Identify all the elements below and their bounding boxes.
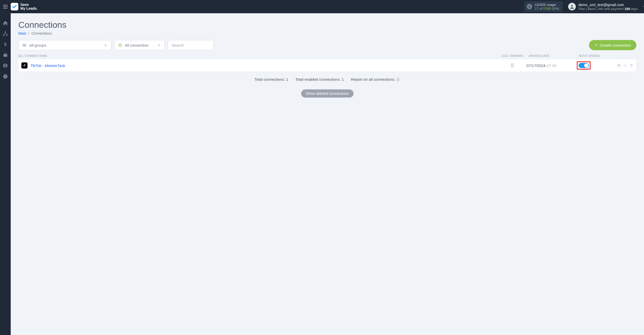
update-date: 07/17/2024 17:19 [526,63,570,68]
chevron-down-icon [157,43,161,47]
breadcrumb-main-link[interactable]: Main [18,31,26,35]
sidebar-item-connections[interactable] [3,31,8,36]
status-select-label: All connection [125,43,148,47]
info-icon [527,4,532,9]
delete-button[interactable] [629,63,633,68]
gear-icon [623,63,627,68]
sidebar: $ ? [0,13,11,335]
svg-rect-5 [6,35,7,36]
sidebar-item-tools[interactable] [3,52,8,58]
groups-select[interactable]: All groups [18,40,111,50]
auto-update-toggle[interactable] [579,63,589,68]
page-title: Connections [18,20,636,30]
column-header-auto: AUTO UPDATE [570,54,610,57]
folder-icon [22,43,27,47]
home-icon [3,20,8,25]
user-icon [569,4,575,9]
menu-toggle-button[interactable] [0,0,11,13]
chevron-down-icon [104,43,107,47]
breadcrumb-separator: / [27,31,30,35]
leads-usage-values: 17 of 5'000 (0%) [535,7,559,10]
toolbar: All groups All connection Create connect… [18,40,636,50]
plus-icon [595,44,598,47]
user-plan: Plan | Basic | left until payment 168 da… [578,7,638,11]
user-menu[interactable]: demo_sml_test@gmail.com Plan | Basic | l… [566,3,644,11]
svg-rect-13 [618,65,620,67]
summary-report: Report on all connections: [351,77,400,82]
search-input[interactable] [168,40,214,50]
table-row: TikTok - MeisterTask 07/17/2024 17:19 [18,59,636,72]
auto-update-cell [570,61,610,70]
svg-point-15 [625,65,626,66]
report-download-button[interactable] [396,78,400,82]
document-icon [510,63,515,68]
logo-mark [11,3,18,10]
summary-total: Total connections: 1 [255,77,288,82]
leads-usage-badge[interactable]: LEADS usage: 17 of 5'000 (0%) [524,1,563,12]
svg-point-0 [529,5,530,6]
sidebar-item-home[interactable] [3,20,8,25]
status-select[interactable]: All connection [114,40,165,50]
main-content: Connections Main / Connections All group… [11,13,644,335]
check-icon [12,4,17,9]
topbar: Save My Leads. LEADS usage: 17 of 5'000 … [0,0,644,13]
table-header: ALL CONNECTIONS LOG / ERRORS UPDATE DATE… [18,54,636,59]
column-header-name: ALL CONNECTIONS [18,54,498,57]
document-icon [396,77,400,82]
logo-text: Save My Leads. [20,3,38,10]
tiktok-icon [21,62,27,69]
question-icon: ? [3,74,8,79]
column-header-log: LOG / ERRORS [498,54,526,57]
briefcase-icon [3,52,8,58]
svg-rect-14 [618,64,620,66]
breadcrumb-current: Connections [32,31,52,35]
copy-icon [617,63,621,68]
user-email: demo_sml_test@gmail.com [578,3,638,7]
sidebar-item-help[interactable]: ? [3,74,8,79]
settings-button[interactable] [623,63,627,68]
dollar-icon: $ [3,42,8,47]
svg-rect-4 [3,35,5,36]
leads-usage-label: LEADS usage: [535,3,559,7]
create-connection-button[interactable]: Create connection [589,40,636,50]
connection-name-link[interactable]: TikTok - MeisterTask [31,63,498,68]
summary-enabled: Total enabled connections: 1 [295,77,344,82]
show-deleted-button[interactable]: Show deleted connections [301,89,353,98]
logo[interactable]: Save My Leads. [11,3,38,10]
svg-text:$: $ [4,42,7,47]
create-connection-label: Create connection [600,43,631,47]
column-header-date: UPDATE DATE [526,54,570,57]
play-circle-icon [118,43,122,47]
sidebar-item-account[interactable] [3,63,8,68]
log-button[interactable] [498,63,526,68]
trash-icon [629,63,633,68]
svg-text:?: ? [4,75,6,78]
svg-rect-1 [529,6,530,8]
svg-rect-7 [4,54,7,57]
highlight-box [577,61,591,70]
sitemap-icon [3,31,8,36]
svg-point-9 [5,64,6,66]
row-actions [610,63,633,68]
sidebar-item-billing[interactable]: $ [3,42,8,47]
svg-point-2 [571,5,573,7]
copy-button[interactable] [617,63,621,68]
svg-rect-3 [5,32,6,33]
user-circle-icon [3,63,8,68]
avatar [568,3,576,10]
toggle-knob [584,63,588,68]
summary: Total connections: 1 Total enabled conne… [18,77,636,82]
breadcrumb: Main / Connections [18,31,636,35]
chevron-down-icon[interactable] [642,5,644,8]
hamburger-icon [3,5,8,8]
groups-select-label: All groups [29,43,46,47]
user-text: demo_sml_test@gmail.com Plan | Basic | l… [578,3,638,11]
